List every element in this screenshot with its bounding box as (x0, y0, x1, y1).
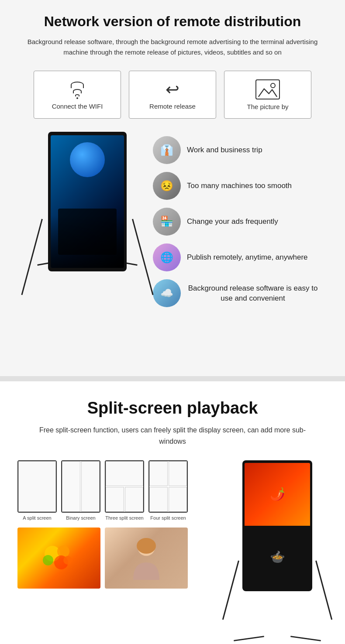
split-subtitle: Free split-screen function, users can fr… (37, 425, 308, 447)
feature-circle-4: 🌐 (153, 243, 181, 271)
split-icons-row: A split screen Binary screen (17, 460, 218, 521)
split-box-single (17, 460, 57, 513)
person-photo (105, 528, 188, 589)
split-stand-left (222, 560, 239, 620)
split-screen-top: 🌶️ (245, 463, 310, 526)
feature-item-3: 🏪 Change your ads frequently (153, 208, 319, 236)
stand-left (21, 219, 42, 295)
feature-circle-5: ☁️ (153, 279, 181, 307)
split-cell-3top (106, 461, 143, 486)
feature-circle-1: 👔 (153, 136, 181, 164)
wifi-arc-outer (71, 82, 84, 88)
split-device-screen: 🌶️ (245, 463, 310, 589)
feature-circle-3: 🏪 (153, 208, 181, 236)
network-title: Network version of remote distribution (17, 13, 328, 30)
food-photo-svg (41, 541, 76, 575)
feature-item-5: ☁️ Background release software is easy t… (153, 279, 319, 307)
split-stand-right (315, 560, 332, 620)
split-box-three (105, 460, 144, 513)
feature-circle-2: 😣 (153, 172, 181, 200)
person-icon-1: 👔 (160, 144, 173, 156)
feature-text-4: Publish remotely, anytime, anywhere (187, 252, 308, 263)
network-subtitle: Background release software, through the… (24, 37, 321, 58)
split-cell-3bl (106, 487, 124, 512)
laptop-graphic (58, 209, 117, 255)
split-label-2: Binary screen (66, 515, 95, 521)
feature-item-4: 🌐 Publish remotely, anytime, anywhere (153, 243, 319, 271)
split-left: A split screen Binary screen (17, 460, 218, 589)
device-screen (48, 132, 127, 271)
split-option-3: Three split screen (105, 460, 144, 521)
split-cell-1 (18, 461, 56, 512)
split-box-binary (61, 460, 100, 513)
section-split: Split-screen playback Free split-screen … (0, 381, 345, 644)
remote-label: Remote release (149, 103, 196, 110)
split-device-outer: 🌶️ (242, 460, 312, 591)
split-option-2: Binary screen (61, 460, 100, 521)
split-base-right (290, 636, 321, 641)
feature-list: 👔 Work and business trip 😣 Too many mach… (153, 132, 319, 307)
wifi-arc-inner (75, 94, 79, 96)
split-option-4: Four split screen (148, 460, 188, 521)
split-base-left (234, 636, 264, 641)
feature-text-1: Work and business trip (187, 145, 262, 155)
section-divider (0, 376, 345, 381)
food-photo (17, 528, 100, 589)
split-cell-2b (81, 461, 100, 512)
split-label-3: Three split screen (105, 515, 143, 521)
stand-right (132, 219, 153, 295)
person-photo-svg (129, 536, 164, 580)
split-cell-4c (149, 487, 168, 512)
feature-text-3: Change your ads frequently (187, 216, 278, 227)
feature-text-2: Too many machines too smooth (187, 181, 292, 191)
photo-row (17, 528, 218, 589)
svg-point-2 (43, 555, 53, 565)
split-title: Split-screen playback (17, 399, 328, 418)
person-icon-2: 😣 (160, 180, 173, 192)
wifi-card: Connect the WIFI (34, 71, 121, 119)
svg-point-6 (137, 538, 156, 554)
mountain-icon (258, 86, 278, 98)
split-cell-4a (149, 461, 168, 486)
split-screen-bottom (245, 526, 310, 589)
remote-card: ↩ Remote release (129, 71, 216, 119)
wifi-arc-middle (73, 89, 82, 93)
feature-item-2: 😣 Too many machines too smooth (153, 172, 319, 200)
picture-label: The picture by (247, 103, 288, 110)
screen-content (51, 135, 124, 268)
globe-graphic (70, 142, 105, 177)
svg-point-4 (63, 556, 72, 565)
split-cell-2a (62, 461, 80, 512)
split-device: 🌶️ (227, 460, 328, 644)
feature-text-5: Background release software is easy to u… (187, 283, 319, 304)
software-icon: ☁️ (160, 287, 173, 299)
remote-icon: ↩ (166, 80, 179, 99)
wifi-label: Connect the WIFI (52, 103, 103, 110)
split-option-1: A split screen (17, 460, 57, 521)
split-cell-4b (169, 461, 187, 486)
wifi-dot (76, 97, 78, 99)
device-illustration (26, 132, 148, 350)
split-cell-3br (125, 487, 143, 512)
device-stand (33, 132, 142, 271)
split-label-1: A split screen (23, 515, 51, 521)
features-area: 👔 Work and business trip 😣 Too many mach… (17, 132, 328, 359)
feature-item-1: 👔 Work and business trip (153, 136, 319, 164)
icon-cards-row: Connect the WIFI ↩ Remote release The pi… (17, 71, 328, 119)
picture-card: The picture by (224, 71, 311, 119)
split-label-4: Four split screen (150, 515, 186, 521)
split-content: A split screen Binary screen (17, 460, 328, 644)
wifi-icon (71, 80, 84, 99)
split-box-four (148, 460, 188, 513)
split-cell-4d (169, 487, 187, 512)
publish-icon: 🌐 (160, 251, 173, 264)
ads-icon: 🏪 (160, 216, 173, 228)
section-network: Network version of remote distribution B… (0, 0, 345, 376)
